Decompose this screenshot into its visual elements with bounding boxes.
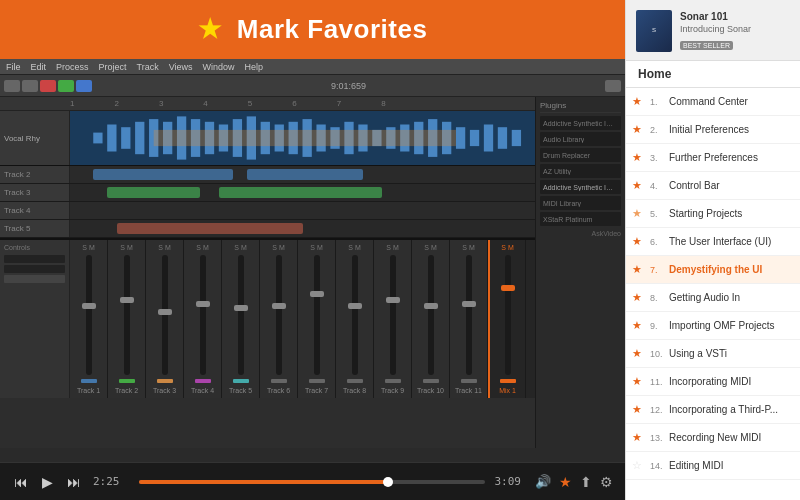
plugin-row-3: Drum Replacer <box>540 148 621 162</box>
sidebar: S Sonar 101 Introducing Sonar BEST SELLE… <box>625 0 800 500</box>
item-label-6: The User Interface (UI) <box>669 235 792 248</box>
item-label-13: Recording New MIDI <box>669 431 792 444</box>
svg-rect-29 <box>484 125 493 152</box>
toolbar-btn-record[interactable] <box>40 80 56 92</box>
daw-menu-help[interactable]: Help <box>245 62 264 72</box>
daw-menu-bar: File Edit Process Project Track Views Wi… <box>0 59 625 75</box>
star-icon-14: ☆ <box>632 460 646 471</box>
star-icon-13: ★ <box>632 432 646 443</box>
svg-rect-1 <box>93 133 102 144</box>
mixer-ch-11: S M Track 11 <box>450 240 488 398</box>
star-icon-11: ★ <box>632 376 646 387</box>
daw-menu-file[interactable]: File <box>6 62 21 72</box>
svg-rect-32 <box>154 130 456 146</box>
favorite-icon[interactable]: ★ <box>559 474 572 490</box>
mixer-ch-8: S M Track 8 <box>336 240 374 398</box>
svg-rect-3 <box>121 127 130 149</box>
star-icon-7: ★ <box>632 264 646 275</box>
book-info: Sonar 101 Introducing Sonar BEST SELLER <box>680 10 790 52</box>
fader-7[interactable] <box>314 255 320 375</box>
sidebar-item-4[interactable]: ★ 4. Control Bar <box>626 172 800 200</box>
mixer-ch-3: S M Track 3 <box>146 240 184 398</box>
sidebar-item-2[interactable]: ★ 2. Initial Preferences <box>626 116 800 144</box>
book-badge: BEST SELLER <box>680 41 733 50</box>
fader-11[interactable] <box>466 255 472 375</box>
fader-10[interactable] <box>428 255 434 375</box>
item-label-2: Initial Preferences <box>669 123 792 136</box>
sidebar-item-13[interactable]: ★ 13. Recording New MIDI <box>626 424 800 452</box>
sidebar-item-14[interactable]: ☆ 14. Editing MIDI <box>626 452 800 480</box>
mixer-ch-2: S M Track 2 <box>108 240 146 398</box>
item-label-14: Editing MIDI <box>669 459 792 472</box>
mixer-ch-6: S M Track 6 <box>260 240 298 398</box>
skip-forward-button[interactable]: ⏭ <box>65 474 83 490</box>
mixer-ch-4: S M Track 4 <box>184 240 222 398</box>
daw-track-area: 1 2 3 4 5 6 7 8 Vocal Rhy <box>0 97 535 448</box>
play-pause-button[interactable]: ▶ <box>40 474 55 490</box>
fader-8[interactable] <box>352 255 358 375</box>
toolbar-btn-2[interactable] <box>22 80 38 92</box>
plugin-row-4: AZ Utility <box>540 164 621 178</box>
track-2-clips <box>70 166 535 183</box>
item-label-8: Getting Audio In <box>669 291 792 304</box>
item-label-4: Control Bar <box>669 179 792 192</box>
item-label-11: Incorporating MIDI <box>669 375 792 388</box>
sidebar-item-5[interactable]: ★ 5. Starting Projects <box>626 200 800 228</box>
fader-4[interactable] <box>200 255 206 375</box>
daw-menu-views[interactable]: Views <box>169 62 193 72</box>
daw-menu-track[interactable]: Track <box>137 62 159 72</box>
volume-icon[interactable]: 🔊 <box>535 474 551 489</box>
sidebar-item-1[interactable]: ★ 1. Command Center <box>626 88 800 116</box>
star-icon-4: ★ <box>632 180 646 191</box>
progress-fill <box>139 480 388 484</box>
sidebar-book-header: S Sonar 101 Introducing Sonar BEST SELLE… <box>626 0 800 61</box>
toolbar-btn-1[interactable] <box>4 80 20 92</box>
daw-menu-project[interactable]: Project <box>99 62 127 72</box>
track-3-clips <box>70 184 535 201</box>
share-icon[interactable]: ⬆ <box>580 474 592 490</box>
sidebar-item-10[interactable]: ★ 10. Using a VSTi <box>626 340 800 368</box>
settings-icon[interactable]: ⚙ <box>600 474 613 490</box>
daw-menu-edit[interactable]: Edit <box>31 62 47 72</box>
track-3-label: Track 3 <box>0 184 70 201</box>
sidebar-item-3[interactable]: ★ 3. Further Preferences <box>626 144 800 172</box>
item-label-10: Using a VSTi <box>669 347 792 360</box>
sidebar-item-12[interactable]: ★ 12. Incorporating a Third-P... <box>626 396 800 424</box>
star-icon-2: ★ <box>632 124 646 135</box>
star-icon-3: ★ <box>632 152 646 163</box>
sidebar-item-9[interactable]: ★ 9. Importing OMF Projects <box>626 312 800 340</box>
fader-mix[interactable] <box>505 255 511 375</box>
fader-9[interactable] <box>390 255 396 375</box>
sidebar-item-11[interactable]: ★ 11. Incorporating MIDI <box>626 368 800 396</box>
sidebar-item-6[interactable]: ★ 6. The User Interface (UI) <box>626 228 800 256</box>
time-ruler: 1 2 3 4 5 6 7 8 <box>0 97 535 111</box>
fader-1[interactable] <box>86 255 92 375</box>
mixer-ch-7: S M Track 7 <box>298 240 336 398</box>
fader-2[interactable] <box>124 255 130 375</box>
fader-6[interactable] <box>276 255 282 375</box>
progress-bar[interactable] <box>139 480 485 484</box>
progress-thumb[interactable] <box>383 477 393 487</box>
track-4-label: Track 4 <box>0 202 70 219</box>
toolbar-btn-stop[interactable] <box>76 80 92 92</box>
daw-time-counter: 9:01:659 <box>331 81 366 91</box>
fader-3[interactable] <box>162 255 168 375</box>
star-icon-5: ★ <box>632 208 646 219</box>
star-icon-1: ★ <box>632 96 646 107</box>
daw-menu-window[interactable]: Window <box>203 62 235 72</box>
fader-5[interactable] <box>238 255 244 375</box>
star-icon-12: ★ <box>632 404 646 415</box>
toolbar-btn-end[interactable] <box>605 80 621 92</box>
plugin-row-1: Addictive Synthetic Impulse Responses <box>540 116 621 130</box>
sidebar-item-8[interactable]: ★ 8. Getting Audio In <box>626 284 800 312</box>
svg-rect-27 <box>456 127 465 149</box>
toolbar-btn-play[interactable] <box>58 80 74 92</box>
sidebar-item-7[interactable]: ★ 7. Demystifying the UI <box>626 256 800 284</box>
mixer-ch-9: S M Track 9 <box>374 240 412 398</box>
sidebar-home[interactable]: Home <box>626 61 800 88</box>
skip-back-button[interactable]: ⏮ <box>12 474 30 490</box>
svg-rect-30 <box>498 127 507 149</box>
banner-star-icon: ★ <box>198 14 222 44</box>
mixer-ch-10: S M Track 10 <box>412 240 450 398</box>
daw-menu-process[interactable]: Process <box>56 62 89 72</box>
